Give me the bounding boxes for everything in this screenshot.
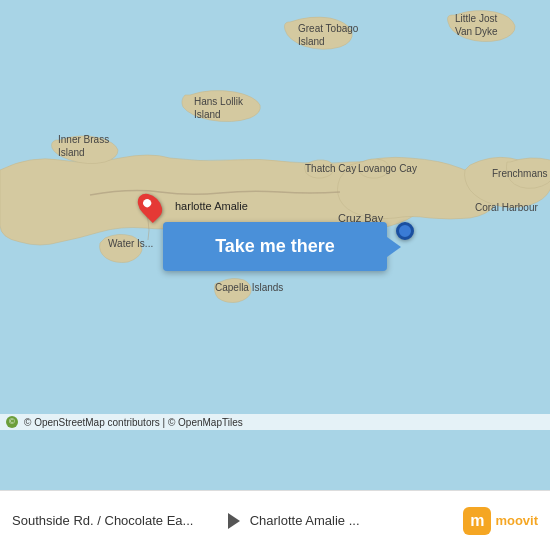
route-from: Southside Rd. / Chocolate Ea... [12, 513, 218, 528]
osm-icon: © [6, 416, 18, 428]
destination-marker [140, 192, 160, 220]
moovit-m-letter: m [470, 513, 484, 529]
take-me-there-button[interactable]: Take me there [163, 222, 387, 271]
route-direction-arrow [228, 513, 240, 529]
moovit-icon: m [463, 507, 491, 535]
button-arrow [387, 237, 401, 257]
map-attribution: © © OpenStreetMap contributors | © OpenM… [0, 414, 550, 430]
route-from-label: Southside Rd. / Chocolate Ea... [12, 513, 212, 528]
route-to-label: Charlotte Amalie ... [250, 513, 430, 528]
route-to: Charlotte Amalie ... [250, 513, 456, 528]
attribution-text: © OpenStreetMap contributors | © OpenMap… [24, 417, 243, 428]
map-container: Little JostVan Dyke Great TobagoIsland H… [0, 0, 550, 490]
moovit-text: moovit [495, 513, 538, 528]
bottom-bar: Southside Rd. / Chocolate Ea... Charlott… [0, 490, 550, 550]
route-arrow-container [218, 513, 250, 529]
moovit-logo: m moovit [463, 507, 538, 535]
